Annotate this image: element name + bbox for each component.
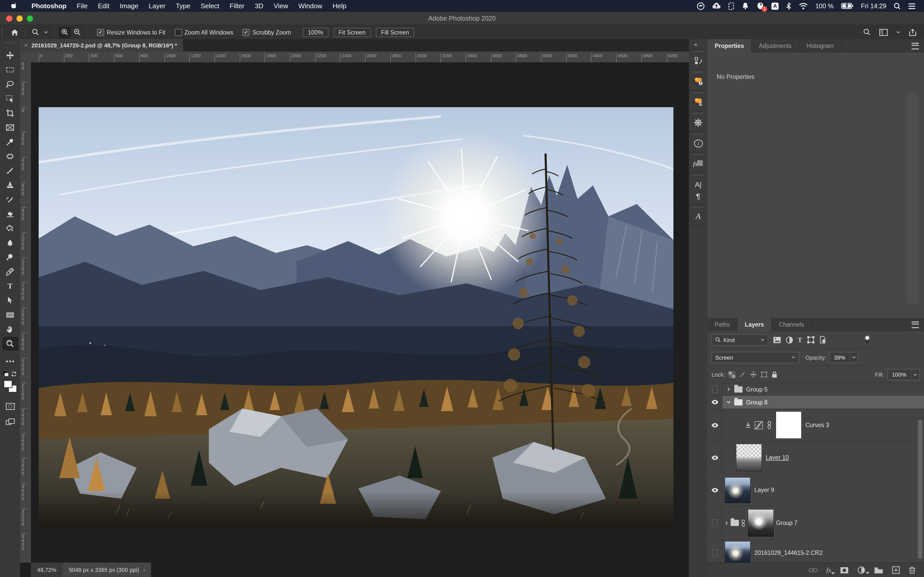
glyphs-panel-icon[interactable]: A xyxy=(689,205,708,226)
workspace-chevron-icon[interactable] xyxy=(896,31,900,34)
color-swatches[interactable] xyxy=(3,380,17,393)
tab-channels[interactable]: Channels xyxy=(772,318,812,331)
dodge-tool[interactable] xyxy=(2,250,18,264)
layer-thumbnail[interactable] xyxy=(724,477,751,503)
creative-cloud-icon[interactable] xyxy=(696,2,705,10)
layer-thumbnail[interactable] xyxy=(736,443,762,471)
layer-mask-thumbnail[interactable] xyxy=(775,411,802,439)
tab-adjustments[interactable]: Adjustments xyxy=(752,39,800,53)
paragraph-panel-icon[interactable]: ¶ xyxy=(689,190,708,201)
scrubby-zoom-checkbox[interactable]: ✓Scrubby Zoom xyxy=(242,29,291,36)
zoom-tool-preset-icon[interactable] xyxy=(29,27,42,38)
apple-menu-icon[interactable] xyxy=(10,2,17,10)
menu-type[interactable]: Type xyxy=(171,2,195,10)
status-more-icon[interactable]: › xyxy=(143,567,145,573)
lasso-tool[interactable] xyxy=(2,77,18,91)
layer-row-layer9[interactable]: Layer 9 xyxy=(708,474,924,506)
fit-screen-button[interactable]: Fit Screen xyxy=(333,27,371,37)
notification-bell-icon[interactable] xyxy=(741,2,749,10)
menu-photoshop[interactable]: Photoshop xyxy=(26,2,72,10)
workspace-switcher-icon[interactable] xyxy=(879,29,888,36)
share-icon[interactable] xyxy=(908,28,917,36)
object-selection-tool[interactable] xyxy=(2,92,18,105)
layer-row-group8[interactable]: Group 8 xyxy=(708,396,924,409)
visibility-toggle[interactable] xyxy=(708,396,722,409)
plugin-panel-e-icon[interactable]: E xyxy=(689,91,708,111)
home-button[interactable] xyxy=(8,27,21,38)
fill-input[interactable]: 100% xyxy=(887,369,920,380)
blend-mode-select[interactable]: Screen xyxy=(712,351,799,363)
menu-file[interactable]: File xyxy=(72,2,93,10)
new-group-button[interactable] xyxy=(874,566,883,574)
expand-icon[interactable] xyxy=(725,521,728,525)
input-source-icon[interactable]: A xyxy=(771,2,779,10)
filter-shape-layers-icon[interactable] xyxy=(807,336,814,343)
foreground-color[interactable] xyxy=(3,380,12,388)
add-mask-button[interactable] xyxy=(840,566,849,574)
group-mask-thumbnail[interactable] xyxy=(748,509,774,537)
menu-filter[interactable]: Filter xyxy=(225,2,250,10)
character-paragraph-panel[interactable]: A| ¶ xyxy=(689,173,708,205)
spotlight-icon[interactable] xyxy=(893,2,901,10)
zoom-tool[interactable] xyxy=(2,337,18,350)
swap-colors-icon[interactable] xyxy=(10,371,18,377)
wheel-panel-icon[interactable] xyxy=(689,111,708,132)
zoom-all-windows-checkbox[interactable]: Zoom All Windows xyxy=(175,29,233,36)
lock-pixels-icon[interactable] xyxy=(739,371,746,378)
history-panel-icon[interactable] xyxy=(689,50,708,70)
cloud-upload-icon[interactable] xyxy=(712,2,721,10)
eyedropper-tool[interactable] xyxy=(2,135,18,148)
layer-style-button[interactable]: fx xyxy=(826,566,831,574)
visibility-toggle[interactable] xyxy=(708,474,722,506)
history-brush-tool[interactable] xyxy=(2,193,18,206)
filter-toggle-switch[interactable] xyxy=(864,335,871,345)
document-tab[interactable]: × 20161029_144720-2.psd @ 48,7% (Group 8… xyxy=(20,39,183,52)
mask-link-icon[interactable] xyxy=(741,519,746,527)
horizontal-ruler[interactable]: 0200400600800100012001400160018002000220… xyxy=(31,52,689,63)
status-zoom-value[interactable]: 48,72% xyxy=(31,562,63,577)
layer-row-layer10[interactable]: Layer 10 xyxy=(708,442,924,474)
layers-menu-icon[interactable] xyxy=(912,318,924,331)
menu-edit[interactable]: Edit xyxy=(93,2,115,10)
add-adjustment-button[interactable] xyxy=(858,566,865,574)
edit-toolbar-ellipsis[interactable] xyxy=(2,355,18,368)
info-panel-icon[interactable]: i xyxy=(689,132,708,153)
pen-tool[interactable] xyxy=(2,265,18,278)
plugin-panel-m-icon[interactable]: M xyxy=(689,70,708,91)
tab-layers[interactable]: Layers xyxy=(738,318,772,331)
visibility-toggle[interactable] xyxy=(708,540,722,566)
vertical-ruler[interactable]: 4002000200400600800100012001400160018002… xyxy=(20,62,31,562)
opacity-input[interactable]: 39% xyxy=(829,351,859,363)
layer-row-curves3[interactable]: Curves 3 xyxy=(708,409,924,442)
status-doc-size[interactable]: 5048 px x 3365 px (300 ppi) › xyxy=(63,562,151,577)
control-center-icon[interactable] xyxy=(908,3,916,9)
healing-brush-tool[interactable] xyxy=(2,150,18,163)
layer-thumbnail[interactable] xyxy=(724,541,751,565)
options-drag-handle[interactable] xyxy=(2,27,5,37)
lock-position-icon[interactable] xyxy=(750,371,757,378)
display-sidecar-icon[interactable] xyxy=(728,2,734,10)
canvas-image[interactable] xyxy=(39,107,674,528)
crop-tool[interactable] xyxy=(2,106,18,119)
lock-artboard-icon[interactable] xyxy=(761,371,768,378)
expand-icon[interactable] xyxy=(727,387,730,391)
properties-scroll-area[interactable] xyxy=(906,93,918,303)
frame-tool[interactable] xyxy=(2,121,18,134)
tab-properties[interactable]: Properties xyxy=(708,39,752,53)
link-layers-button[interactable] xyxy=(808,567,817,573)
layers-scrollbar[interactable] xyxy=(918,420,922,559)
menu-help[interactable]: Help xyxy=(328,2,352,10)
visibility-toggle[interactable] xyxy=(708,506,722,539)
lock-transparency-icon[interactable] xyxy=(729,371,735,378)
collapse-icon[interactable] xyxy=(727,401,731,403)
lock-all-icon[interactable] xyxy=(772,371,778,378)
layer-row-group5[interactable]: Group 5 xyxy=(708,383,924,396)
brush-tool[interactable] xyxy=(2,164,18,177)
filter-kind-select[interactable]: Kind xyxy=(712,334,768,345)
filter-type-layers-icon[interactable]: T xyxy=(798,336,802,344)
layer-row-cr2[interactable]: 20161029_144615-2.CR2 xyxy=(708,540,924,566)
properties-menu-icon[interactable] xyxy=(912,39,924,53)
search-icon[interactable] xyxy=(863,28,871,36)
gradient-tool[interactable] xyxy=(2,221,18,235)
tab-histogram[interactable]: Histogram xyxy=(799,39,841,53)
